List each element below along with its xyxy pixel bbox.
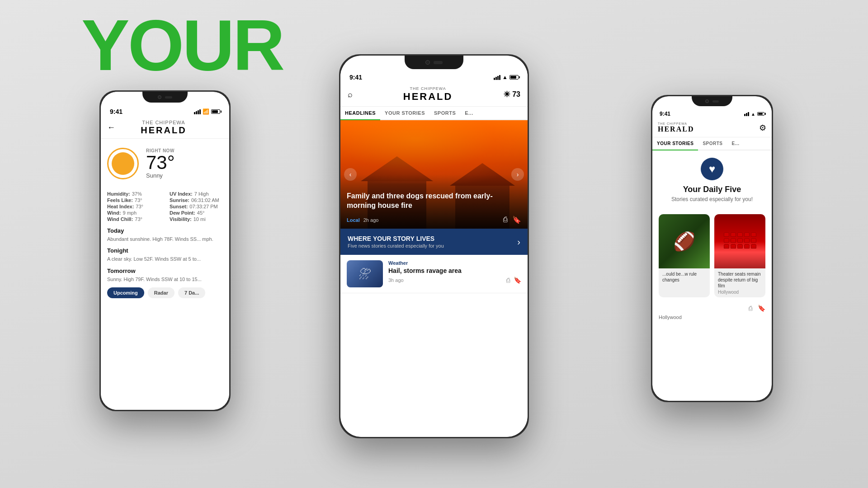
right-tab-sports[interactable]: SPORTS bbox=[698, 137, 727, 150]
uv-row: UV Index: 7 High bbox=[170, 191, 223, 197]
theater-seats bbox=[714, 232, 765, 268]
football-player-icon: 🏈 bbox=[673, 231, 696, 252]
news-thumb-storm: ⛈ bbox=[347, 260, 383, 287]
tab-7day[interactable]: 7 Da... bbox=[178, 287, 205, 298]
tab-radar[interactable]: Radar bbox=[148, 287, 175, 298]
right-phone-status-icons: ▲ bbox=[744, 112, 764, 117]
tomorrow-forecast: Tomorrow Sunny. High 79F. Winds SSW at 1… bbox=[107, 267, 223, 283]
weather-sun bbox=[107, 148, 139, 179]
news-list-item[interactable]: ⛈ Weather Hail, storms ravage area 3h ag… bbox=[340, 255, 528, 293]
heat-row: Heat Index: 73° bbox=[107, 204, 160, 209]
left-phone: 9:41 📶 ← THE CHIPPEWA HERALD bbox=[99, 90, 231, 411]
theater-text: Theater seats remain despite return of b… bbox=[718, 271, 762, 289]
news-item-actions: ⎙ 🔖 bbox=[506, 277, 521, 284]
windchill-row: Wind Chill: 73° bbox=[107, 216, 160, 222]
right-phone: 9:41 ▲ THE CHIPPEWA HERALD ⚙ YOUR STORIE… bbox=[651, 95, 773, 402]
feels-row: Feels Like: 73° bbox=[107, 197, 160, 203]
theater-image bbox=[714, 214, 765, 268]
center-phone-status-icons: ▲ bbox=[494, 74, 519, 80]
temp-display: ☀ 73 bbox=[503, 89, 520, 99]
right-card-theater-content: Theater seats remain despite return of b… bbox=[714, 268, 765, 297]
right-cards-row: 🏈 ...ould be...w rule changes bbox=[652, 210, 772, 302]
humidity-row: Humidity: 37% bbox=[107, 191, 160, 197]
visibility-row: Visibility: 10 mi bbox=[170, 216, 223, 222]
storm-icon: ⛈ bbox=[359, 267, 371, 282]
tab-your-stories[interactable]: YOUR STORIES bbox=[380, 107, 429, 119]
right-bookmark-icon[interactable]: 🔖 bbox=[758, 305, 765, 312]
bookmark-icon[interactable]: 🔖 bbox=[512, 216, 521, 224]
wifi-icon-right: ▲ bbox=[751, 112, 755, 117]
battery-icon bbox=[211, 109, 220, 114]
right-tab-more[interactable]: E... bbox=[727, 137, 744, 150]
hero-actions: ⎙ 🔖 bbox=[503, 216, 521, 224]
tab-upcoming[interactable]: Upcoming bbox=[107, 287, 144, 298]
news-meta: 3h ago ⎙ 🔖 bbox=[388, 277, 521, 284]
hero-meta: Local 2h ago ⎙ 🔖 bbox=[347, 216, 521, 224]
battery-icon-center bbox=[509, 75, 519, 80]
right-card-theater[interactable]: Theater seats remain despite return of b… bbox=[714, 214, 765, 297]
right-phone-bottom-actions: ⎙ 🔖 bbox=[652, 302, 772, 314]
right-phone-status: 9:41 ▲ bbox=[652, 108, 772, 118]
herald-logo-center: THE CHIPPEWA HERALD bbox=[403, 86, 453, 103]
dewpoint-row: Dew Point: 45° bbox=[170, 210, 223, 216]
hero-title: YOUR bbox=[81, 9, 283, 81]
heart-icon: ♥ bbox=[701, 158, 723, 180]
daily-five-section: ♥ Your Daily Five Stories curated especi… bbox=[652, 150, 772, 210]
tab-headlines[interactable]: HEADLINES bbox=[340, 107, 380, 120]
sunset-row: Sunset: 07:33:27 PM bbox=[170, 204, 223, 209]
weather-forecast: Today Abundant sunshine. High 78F. Winds… bbox=[107, 227, 223, 283]
weather-tabs: Upcoming Radar 7 Da... bbox=[107, 287, 223, 298]
herald-logo-right: THE CHIPPEWA HERALD bbox=[658, 122, 694, 133]
story-banner[interactable]: WHERE YOUR STORY LIVES Five news stories… bbox=[340, 229, 528, 255]
center-phone: 9:41 ▲ ⌕ THE CHIPPEWA HERALD ☀ 7 bbox=[339, 54, 529, 438]
carousel-next-btn[interactable]: › bbox=[511, 168, 524, 181]
news-bookmark-icon[interactable]: 🔖 bbox=[514, 277, 521, 284]
center-phone-status: 9:41 ▲ bbox=[340, 70, 528, 83]
right-tab-your-stories[interactable]: YOUR STORIES bbox=[652, 137, 698, 150]
story-banner-text: WHERE YOUR STORY LIVES Five news stories… bbox=[348, 235, 444, 249]
right-nav-tabs: YOUR STORIES SPORTS E... bbox=[652, 137, 772, 150]
tab-sports[interactable]: SPORTS bbox=[429, 107, 460, 119]
hero-image-area: ‹ › Family and three dogs rescued from e… bbox=[340, 120, 528, 229]
weather-temp-section: RIGHT NOW 73° Sunny bbox=[146, 148, 175, 179]
hollywood-tag: Hollywood bbox=[718, 290, 762, 295]
today-forecast: Today Abundant sunshine. High 78F. Winds… bbox=[107, 227, 223, 243]
carousel-prev-btn[interactable]: ‹ bbox=[344, 168, 357, 181]
left-phone-header: ← THE CHIPPEWA HERALD bbox=[101, 117, 229, 139]
right-phone-header: THE CHIPPEWA HERALD ⚙ bbox=[652, 118, 772, 137]
hero-meta-left: Local 2h ago bbox=[347, 217, 378, 223]
center-phone-header: ⌕ THE CHIPPEWA HERALD ☀ 73 bbox=[340, 83, 528, 107]
herald-logo-left: THE CHIPPEWA HERALD bbox=[141, 120, 186, 136]
search-icon[interactable]: ⌕ bbox=[348, 90, 353, 99]
weather-current: RIGHT NOW 73° Sunny bbox=[107, 143, 223, 184]
left-phone-status: 9:41 📶 bbox=[101, 104, 229, 117]
right-card-football-text: ...ould be...w rule changes bbox=[659, 268, 710, 286]
right-card-football[interactable]: 🏈 ...ould be...w rule changes bbox=[659, 214, 710, 297]
share-icon[interactable]: ⎙ bbox=[503, 216, 508, 224]
weather-details: Humidity: 37% UV Index: 7 High Feels Lik… bbox=[107, 191, 223, 222]
center-nav-tabs: HEADLINES YOUR STORIES SPORTS E... bbox=[340, 107, 528, 120]
battery-icon-right bbox=[757, 112, 764, 116]
gear-icon[interactable]: ⚙ bbox=[759, 123, 766, 133]
wind-row: Wind: 9 mph bbox=[107, 210, 160, 216]
tab-more[interactable]: E... bbox=[460, 107, 478, 119]
football-image: 🏈 bbox=[659, 214, 710, 268]
tonight-forecast: Tonight A clear sky. Low 52F. Winds SSW … bbox=[107, 247, 223, 263]
wifi-icon: 📶 bbox=[203, 108, 209, 115]
back-arrow-icon[interactable]: ← bbox=[107, 123, 115, 132]
weather-screen: RIGHT NOW 73° Sunny Humidity: 37% UV Ind… bbox=[101, 139, 229, 410]
sunrise-row: Sunrise: 06:31:02 AM bbox=[170, 197, 223, 203]
hollywood-section-tag: Hollywood bbox=[652, 314, 772, 320]
chevron-right-icon: › bbox=[517, 237, 520, 247]
news-content: Weather Hail, storms ravage area 3h ago … bbox=[388, 260, 521, 284]
sun-icon-header: ☀ bbox=[503, 89, 510, 99]
news-share-icon[interactable]: ⎙ bbox=[506, 277, 510, 284]
hero-caption: Family and three dogs rescued from early… bbox=[347, 192, 521, 211]
story-banner-title: WHERE YOUR STORY LIVES bbox=[348, 235, 444, 242]
left-phone-status-icons: 📶 bbox=[194, 108, 220, 115]
right-share-icon[interactable]: ⎙ bbox=[749, 305, 752, 312]
wifi-icon-center: ▲ bbox=[502, 74, 508, 80]
